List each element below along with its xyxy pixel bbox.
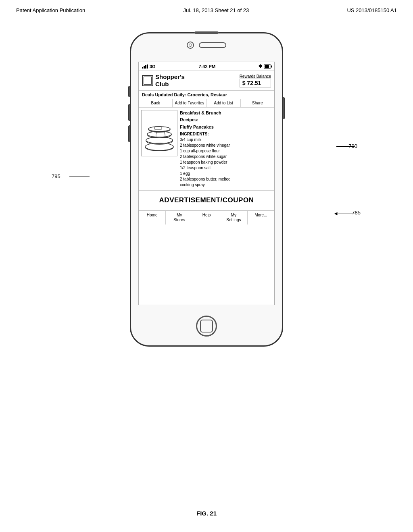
annotation-795-line (69, 177, 90, 177)
patent-header-left: Patent Application Publication (16, 7, 85, 13)
speaker-grille (199, 42, 226, 48)
logo-text-line2: Club (155, 81, 185, 88)
pancake-illustration (142, 110, 177, 156)
ingredient-6: 1/2 teaspoon salt (180, 165, 272, 171)
action-bar: Back Add to Favorites Add to List Share (139, 99, 274, 108)
ingredient-7: 1 egg (180, 171, 272, 177)
bottom-nav: Home MyStores Help MySettings More... (139, 210, 274, 224)
rewards-amount: $ 72.51 (240, 79, 271, 87)
advertisement-text: ADVERTISEMENT/COUPON (159, 196, 254, 204)
nav-help-button[interactable]: Help (193, 210, 220, 224)
status-time: 7:42 PM (199, 64, 216, 69)
battery-icon (264, 64, 271, 69)
annotation-785-arrow: ◄ (333, 210, 338, 216)
add-to-list-button[interactable]: Add to List (207, 99, 241, 107)
recipe-image (141, 110, 177, 156)
recipe-title-line1: Breakfast & Brunch (180, 110, 272, 116)
camera-icon (187, 42, 194, 49)
signal-bar-1 (142, 67, 143, 69)
recipe-title-line3: Fluffy Pancakes (180, 124, 272, 130)
annotation-795-label: 795 (52, 173, 60, 179)
volume-down-button[interactable] (128, 125, 131, 142)
app-header: Shopper's Club Rewards Balance $ 72.51 (139, 71, 274, 91)
sleep-button[interactable] (194, 31, 219, 34)
add-to-favorites-button[interactable]: Add to Favorites (173, 99, 206, 107)
shoppers-club-logo: Shopper's Club (142, 73, 185, 88)
ingredient-4: 2 tablespoons white sugar (180, 154, 272, 160)
annotation-785-line (338, 214, 355, 214)
mute-button[interactable] (128, 86, 131, 97)
volume-up-button[interactable] (128, 104, 131, 121)
figure-label: FIG. 21 (196, 510, 217, 517)
advertisement-area: ADVERTISEMENT/COUPON (139, 191, 274, 210)
rewards-balance-box: Rewards Balance $ 72.51 (240, 74, 271, 87)
ingredient-5: 1 teaspoon baking powder (180, 160, 272, 165)
network-type: 3G (150, 64, 156, 69)
recipe-text-area: Breakfast & Brunch Recipes: Fluffy Panca… (180, 110, 272, 188)
status-left: 3G (142, 64, 156, 69)
share-button[interactable]: Share (241, 99, 274, 107)
status-right: ✱ (259, 64, 271, 69)
logo-text-line1: Shopper's (155, 73, 185, 81)
battery-fill (265, 65, 269, 68)
nav-my-settings-button[interactable]: MySettings (220, 210, 247, 224)
logo-icon-inner (144, 77, 152, 85)
home-button-icon (200, 320, 213, 332)
signal-bar-4 (147, 64, 148, 69)
deals-text: Deals Updated Daily: Groceries, Restaur (142, 92, 227, 97)
power-button[interactable] (282, 97, 285, 119)
logo-icon (142, 75, 153, 86)
signal-bar-2 (144, 66, 145, 69)
nav-more-button[interactable]: More... (248, 210, 274, 224)
ingredient-2: 2 tablespoons white vinegar (180, 143, 272, 148)
nav-my-stores-button[interactable]: MyStores (166, 210, 193, 224)
nav-home-button[interactable]: Home (139, 210, 166, 224)
ingredient-1: 3/4 cup milk (180, 137, 272, 143)
annotation-785-label: 785 (352, 210, 361, 216)
status-bar: 3G 7:42 PM ✱ (139, 62, 274, 71)
signal-strength-icon (142, 64, 148, 69)
ingredients-header: INGREDIENTS: (180, 131, 272, 137)
back-button[interactable]: Back (139, 99, 173, 107)
rewards-symbol: $ (242, 80, 246, 86)
patent-header-center: Jul. 18, 2013 Sheet 21 of 23 (184, 7, 249, 13)
ingredient-8: 2 tablespoons butter, melted (180, 177, 272, 182)
camera-lens (189, 44, 192, 47)
annotation-785: 785 (352, 210, 361, 216)
rewards-label: Rewards Balance (240, 74, 271, 79)
patent-header-right: US 2013/0185150 A1 (347, 7, 397, 13)
phone-shell: 3G 7:42 PM ✱ Shopper's Club (130, 32, 283, 347)
deals-bar: Deals Updated Daily: Groceries, Restaur (139, 91, 274, 99)
rewards-value: 72.51 (247, 80, 261, 86)
logo-text: Shopper's Club (155, 73, 185, 88)
ingredient-9: cooking spray (180, 182, 272, 188)
recipe-content-area: Breakfast & Brunch Recipes: Fluffy Panca… (139, 108, 274, 191)
annotation-795: 795 (52, 173, 60, 179)
bluetooth-icon: ✱ (259, 64, 262, 69)
recipe-title-line2: Recipes: (180, 117, 272, 123)
patent-header: Patent Application Publication Jul. 18, … (16, 7, 397, 13)
phone-top-area (187, 42, 226, 49)
ingredient-3: 1 cup all-purpose flour (180, 148, 272, 154)
signal-bar-3 (145, 65, 146, 69)
home-button[interactable] (196, 316, 217, 337)
annotation-790-line (336, 146, 355, 147)
phone-screen: 3G 7:42 PM ✱ Shopper's Club (138, 62, 275, 305)
svg-point-3 (148, 127, 170, 131)
